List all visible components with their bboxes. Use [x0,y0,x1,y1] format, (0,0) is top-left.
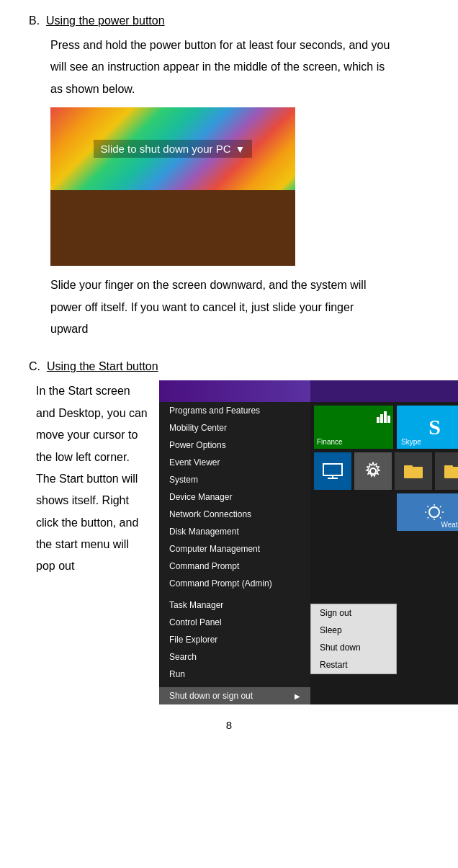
menu-item-cmd[interactable]: Command Prompt [159,558,310,575]
menu-item-mobility[interactable]: Mobility Center [159,419,310,437]
pc-icon [322,463,344,479]
tile-pc[interactable] [314,452,351,490]
svg-rect-5 [404,465,413,468]
tile-skype[interactable]: S Skype [397,406,458,449]
sun-icon [422,504,447,520]
tile-folder2[interactable] [435,452,458,490]
section-c-letter: C. [29,360,40,372]
shutdown-bottom [50,190,295,266]
svg-line-13 [428,506,429,508]
start-top-bar-right [310,380,458,402]
shutdown-image-container: Slide to shut down your PC ▼ [50,107,429,266]
menu-item-task-manager[interactable]: Task Manager [159,596,310,614]
section-b-header: B. Using the power button [29,14,429,27]
section-b-title: Using the power button [43,14,165,27]
submenu-sleep[interactable]: Sleep [311,622,396,639]
section-c-text-block: In the Start screen and Desktop, you can… [36,380,148,704]
submenu-shutdown[interactable]: Shut down [311,639,396,656]
section-b-para3: as shown below. [50,79,429,100]
section-b: B. Using the power button Press and hold… [29,14,429,340]
start-top-bar [159,380,310,402]
svg-rect-6 [444,467,458,478]
menu-item-programs[interactable]: Programs and Features [159,402,310,419]
shutdown-label: Slide to shut down your PC [101,143,231,155]
menu-item-desktop[interactable]: Desktop [159,704,310,722]
section-b-para4: Slide your finger on the screen downward… [50,274,429,296]
bar3 [384,411,387,423]
bar1 [377,417,380,423]
submenu-panel: Sign out Sleep Shut down Restart [310,604,397,674]
tile-skype-label: Skype [401,438,421,446]
svg-line-14 [440,517,441,519]
submenu-arrow-icon: ▶ [295,692,300,700]
folder-icon [403,463,423,479]
menu-item-disk[interactable]: Disk Management [159,523,310,540]
menu-item-control-panel[interactable]: Control Panel [159,614,310,631]
section-c-body: In the Start screen and Desktop, you can… [36,380,148,578]
shutdown-image: Slide to shut down your PC ▼ [50,107,295,266]
menu-item-file-explorer[interactable]: File Explorer [159,631,310,648]
menu-item-run[interactable]: Run [159,666,310,683]
finance-bars-icon [377,408,390,423]
shutdown-top: Slide to shut down your PC ▼ [50,107,295,190]
menu-item-search[interactable]: Search [159,648,310,666]
menu-item-shutdown[interactable]: Shut down or sign out ▶ [159,687,310,704]
start-menu-left-panel: Programs and Features Mobility Center Po… [159,402,310,704]
tile-settings[interactable] [354,452,392,490]
svg-rect-4 [404,467,423,478]
section-c-header: C. Using the Start button [29,360,429,373]
submenu-restart[interactable]: Restart [311,656,396,674]
section-b-para2: will see an instruction appear in the mi… [50,56,429,78]
section-b-para6: upward [50,318,429,340]
svg-rect-7 [444,465,453,468]
tile-finance[interactable]: Finance [314,406,393,449]
svg-rect-0 [323,464,342,475]
bar4 [387,416,390,423]
tile-weather-label: Weather [441,521,458,529]
svg-line-15 [440,506,441,508]
menu-item-power[interactable]: Power Options [159,437,310,454]
bar2 [380,414,383,423]
menu-item-cmd-admin[interactable]: Command Prompt (Admin) [159,575,310,592]
tile-finance-label: Finance [317,438,343,446]
section-b-letter: B. [29,14,40,27]
menu-item-system[interactable]: System [159,471,310,488]
shutdown-text-overlay: Slide to shut down your PC ▼ [94,140,253,158]
svg-point-8 [429,507,439,517]
menu-item-computer-mgmt[interactable]: Computer Management [159,540,310,558]
section-c-layout: In the Start screen and Desktop, you can… [36,380,429,704]
tile-weather[interactable]: Weather [397,493,458,531]
menu-item-network[interactable]: Network Connections [159,506,310,523]
start-menu-image: Programs and Features Mobility Center Po… [159,380,429,704]
section-b-para5: power off itself. If you want to cancel … [50,297,429,318]
tile-folder1[interactable] [395,452,432,490]
skype-icon: S [428,415,441,439]
section-b-para1: Press and hold the power button for at l… [50,35,429,56]
menu-item-device[interactable]: Device Manager [159,488,310,506]
gear-icon [364,462,382,480]
section-c-title: Using the Start button [43,360,158,372]
shutdown-arrow-icon: ▼ [235,143,246,155]
svg-line-16 [428,517,429,519]
section-c: C. Using the Start button In the Start s… [29,360,429,704]
menu-item-event[interactable]: Event Viewer [159,454,310,471]
folder2-icon [444,463,458,479]
submenu-signout[interactable]: Sign out [311,604,396,622]
small-tiles-row [314,452,458,490]
